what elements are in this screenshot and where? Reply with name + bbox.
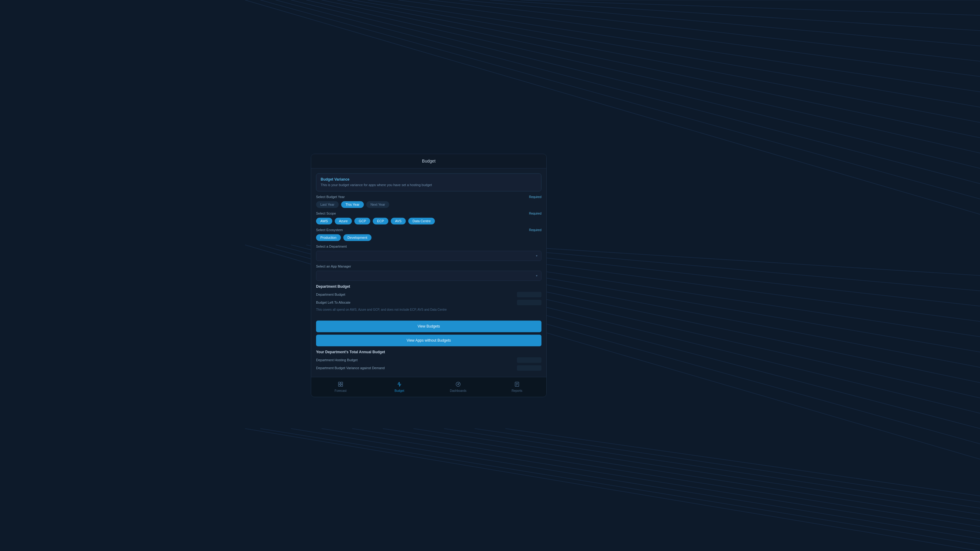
pill-gcp[interactable]: GCP <box>354 218 370 225</box>
scope-required: Required <box>529 212 541 215</box>
scope-label: Select Scope <box>316 212 336 216</box>
svg-line-4 <box>306 0 980 153</box>
hosting-budget-row: Department Hosting Budget <box>316 357 541 363</box>
ecosystem-pills: Production Development <box>316 235 541 241</box>
app-manager-label-row: Select an App Manager <box>316 265 541 268</box>
svg-line-28 <box>245 429 980 551</box>
modal-container: Budget Budget Variance This is your budg… <box>311 154 547 397</box>
nav-item-budget[interactable]: Budget <box>370 381 429 394</box>
svg-rect-40 <box>339 385 340 387</box>
dept-budget-title: Department Budget <box>316 285 541 289</box>
svg-line-27 <box>490 245 980 275</box>
svg-rect-41 <box>341 385 343 387</box>
svg-line-29 <box>260 429 980 545</box>
svg-line-13 <box>520 0 980 15</box>
reports-label: Reports <box>511 389 522 393</box>
pill-this-year[interactable]: This Year <box>341 202 364 208</box>
svg-line-12 <box>490 0 980 30</box>
svg-line-35 <box>444 429 980 508</box>
pill-production[interactable]: Production <box>316 235 341 241</box>
nav-item-reports[interactable]: Reports <box>488 381 546 394</box>
variance-value <box>517 365 541 371</box>
budget-variance-box: Budget Variance This is your budget vari… <box>316 173 541 191</box>
svg-rect-38 <box>339 382 340 384</box>
app-manager-dropdown[interactable]: ▾ <box>316 271 541 281</box>
department-dropdown[interactable]: ▾ <box>316 251 541 261</box>
dept-budget-label: Department Budget <box>316 293 345 297</box>
budget-year-required: Required <box>529 195 541 198</box>
department-label: Select a Department <box>316 245 347 249</box>
budget-note: This covers all spend on AWS, Azure and … <box>316 308 541 312</box>
app-manager-section: Select an App Manager ▾ <box>311 265 546 285</box>
budget-label: Budget <box>395 389 404 393</box>
budget-left-row: Budget Left To Allocate <box>316 300 541 305</box>
view-budgets-button[interactable]: View Budgets <box>316 321 541 332</box>
svg-line-10 <box>429 0 980 61</box>
pill-azure[interactable]: Azure <box>335 218 352 225</box>
dashboards-icon <box>455 382 461 389</box>
nav-item-dashboards[interactable]: Dashboards <box>429 381 488 394</box>
budget-year-section: Select Budget Year Required Last Year Th… <box>311 195 546 212</box>
hosting-budget-label: Department Hosting Budget <box>316 359 358 362</box>
forecast-label: Forecast <box>335 389 347 393</box>
view-apps-without-budgets-button[interactable]: View Apps without Budgets <box>316 335 541 346</box>
forecast-icon <box>338 382 343 389</box>
pill-last-year[interactable]: Last Year <box>316 202 339 208</box>
dept-budget-value <box>517 292 541 297</box>
budget-year-label: Select Budget Year <box>316 195 345 199</box>
dept-budget-section: Department Budget Department Budget Budg… <box>311 285 546 319</box>
department-section: Select a Department ▾ <box>311 245 546 265</box>
budget-year-pills: Last Year This Year Next Year <box>316 202 541 208</box>
svg-line-33 <box>383 429 980 520</box>
app-manager-label: Select an App Manager <box>316 265 351 268</box>
bottom-nav: Forecast Budget <box>311 377 546 397</box>
svg-line-8 <box>368 0 980 92</box>
department-label-row: Select a Department <box>316 245 541 249</box>
nav-item-forecast[interactable]: Forecast <box>311 381 370 394</box>
scope-label-row: Select Scope Required <box>316 212 541 216</box>
svg-line-11 <box>460 0 980 46</box>
pill-next-year[interactable]: Next Year <box>366 202 390 208</box>
dashboards-label: Dashboards <box>450 389 466 393</box>
budget-left-value <box>517 300 541 305</box>
budget-variance-description: This is your budget variance for apps wh… <box>321 183 537 187</box>
pill-ecp[interactable]: ECP <box>373 218 388 225</box>
svg-line-31 <box>321 429 980 533</box>
annual-budget-title: Your Department's Total Annual Budget <box>316 350 541 354</box>
ecosystem-section: Select Ecosystem Required Production Dev… <box>311 229 546 245</box>
scope-pills: AWS Azure GCP ECP AVS Data Centre <box>316 218 541 225</box>
svg-point-47 <box>458 384 459 385</box>
pill-aws[interactable]: AWS <box>316 218 332 225</box>
svg-line-3 <box>291 0 980 168</box>
ecosystem-label: Select Ecosystem <box>316 229 343 232</box>
svg-rect-39 <box>341 382 343 384</box>
scope-section: Select Scope Required AWS Azure GCP ECP … <box>311 212 546 229</box>
svg-line-30 <box>291 429 980 539</box>
variance-label: Department Budget Variance against Deman… <box>316 367 385 370</box>
budget-modal: Budget Budget Variance This is your budg… <box>311 154 547 397</box>
budget-icon <box>396 382 402 389</box>
svg-line-5 <box>321 0 980 138</box>
budget-variance-title: Budget Variance <box>321 177 537 181</box>
svg-line-7 <box>352 0 980 107</box>
modal-header: Budget <box>311 154 546 168</box>
svg-line-34 <box>414 429 980 514</box>
svg-line-36 <box>475 429 980 502</box>
modal-title: Budget <box>422 159 436 164</box>
pill-development[interactable]: Development <box>343 235 372 241</box>
dept-budget-row: Department Budget <box>316 292 541 297</box>
svg-line-37 <box>505 429 980 496</box>
pill-avs[interactable]: AVS <box>391 218 406 225</box>
variance-row: Department Budget Variance against Deman… <box>316 365 541 371</box>
pill-data-centre[interactable]: Data Centre <box>408 218 435 225</box>
hosting-budget-value <box>517 357 541 363</box>
budget-year-label-row: Select Budget Year Required <box>316 195 541 199</box>
chevron-down-icon-2: ▾ <box>536 274 538 278</box>
svg-line-6 <box>337 0 980 122</box>
ecosystem-required: Required <box>529 229 541 232</box>
svg-line-9 <box>398 0 980 76</box>
svg-line-32 <box>352 429 980 527</box>
chevron-down-icon: ▾ <box>536 254 538 258</box>
ecosystem-label-row: Select Ecosystem Required <box>316 229 541 232</box>
modal-body: Budget Variance This is your budget vari… <box>311 173 546 377</box>
